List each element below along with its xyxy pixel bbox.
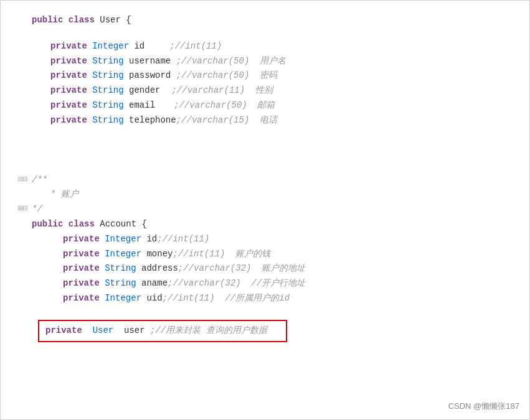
- field-id: private Integer id ;//int(11): [13, 39, 517, 54]
- account-field-aname: private String aname ;//varchar(32) //开户…: [13, 276, 517, 291]
- account-field-uid: private Integer uid ;//int(11) //所属用户的id: [13, 291, 517, 306]
- code-container: public class User { private Integer id ;…: [0, 0, 530, 420]
- field-telephone: private String telephone ;//varchar(15) …: [13, 113, 517, 128]
- javadoc-end-line: ⊟ */: [13, 202, 517, 217]
- account-class-header: public class Account {: [13, 217, 517, 232]
- fold-marker-1[interactable]: ⊟: [18, 173, 28, 187]
- javadoc-desc-line: * 账户: [13, 187, 517, 202]
- watermark: CSDN @懒懒张187: [448, 401, 519, 412]
- field-gender: private String gender ;//varchar(11) 性别: [13, 83, 517, 98]
- account-field-money: private Integer money ;//int(11) 账户的钱: [13, 247, 517, 262]
- highlighted-field-box: private User user ;//用来封装 查询的用户数据: [38, 320, 287, 342]
- kw-class: class: [69, 13, 95, 28]
- open-brace: {: [126, 13, 131, 28]
- class-name-user: User: [100, 13, 121, 28]
- kw-public: public: [32, 13, 63, 28]
- field-username: private String username ;//varchar(50) 用…: [13, 54, 517, 69]
- code-block: public class User { private Integer id ;…: [13, 13, 517, 345]
- field-password: private String password ;//varchar(50) 密…: [13, 68, 517, 83]
- javadoc-start-line: ⊟ /**: [13, 173, 517, 188]
- account-field-id: private Integer id ;//int(11): [13, 232, 517, 247]
- account-field-address: private String address ;//varchar(32) 账户…: [13, 261, 517, 276]
- field-email: private String email ;//varchar(50) 邮箱: [13, 98, 517, 113]
- user-class-header: public class User {: [13, 13, 517, 28]
- fold-marker-2[interactable]: ⊟: [18, 202, 28, 216]
